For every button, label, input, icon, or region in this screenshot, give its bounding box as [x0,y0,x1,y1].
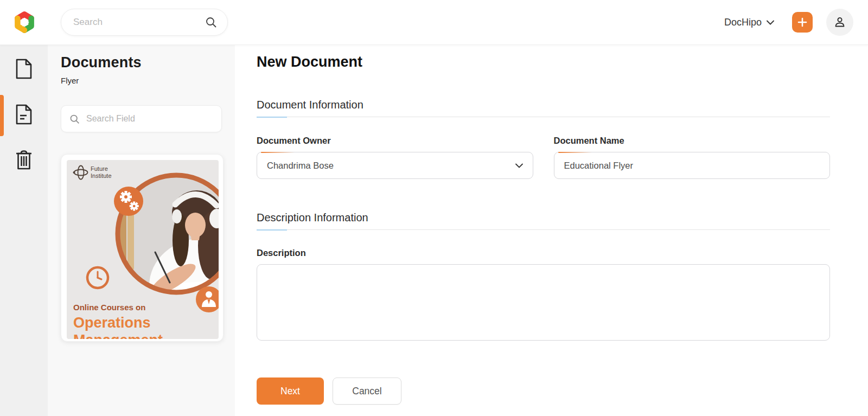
global-search-input[interactable] [73,17,205,28]
document-name-label: Document Name [554,136,831,146]
flyer-brand-line1: Future [91,165,108,172]
document-owner-select[interactable]: Chandrima Bose [257,152,533,179]
cancel-button[interactable]: Cancel [333,377,401,405]
section-divider [257,117,830,118]
workspace-dropdown[interactable]: DocHipo [724,17,774,28]
section-title-description-information: Description Information [257,212,830,224]
flyer-thumbnail[interactable]: Future Institute [61,154,224,342]
orange-accent-bar [261,152,295,153]
active-indicator [0,95,4,136]
document-owner-field: Document Owner Chandrima Bose [257,136,533,179]
clock-icon [87,267,108,288]
blue-accent-bar [257,117,287,118]
documents-panel: Documents Flyer [48,45,235,416]
chevron-down-icon [767,20,774,25]
plus-icon [797,17,808,28]
document-name-field: Document Name [554,136,831,179]
document-icon [15,58,33,80]
flyer-caption: Online Courses on [73,303,145,312]
flyer-title-line1: Operations [73,315,151,331]
workspace-label: DocHipo [724,17,762,28]
document-name-input[interactable] [564,161,820,171]
dochipo-logo-icon[interactable] [12,10,37,35]
document-owner-value: Chandrima Bose [267,161,334,171]
flyer-title-line2: Management [73,332,163,339]
panel-search [61,105,222,132]
page-title: New Document [257,54,830,71]
section-divider [257,229,830,231]
flyer-brand-line2: Institute [91,172,112,179]
panel-subtitle: Flyer [61,76,222,85]
document-information-section: Document Information Document Owner Chan… [257,99,830,179]
document-text-icon [15,104,33,125]
sidebar-item-documents[interactable] [0,46,48,92]
person-icon [833,15,847,29]
orange-accent-bar [558,152,592,153]
panel-title: Documents [61,54,222,71]
trash-icon [15,150,33,170]
section-title-document-information: Document Information [257,99,830,111]
blue-accent-bar [257,229,287,231]
icon-sidebar [0,45,48,416]
search-icon [69,113,80,125]
chevron-down-icon [515,163,523,168]
add-document-button[interactable] [792,12,813,33]
user-avatar[interactable] [826,9,853,36]
document-owner-label: Document Owner [257,136,533,146]
gears-icon [114,187,143,216]
global-search [61,9,228,36]
main-content: New Document Document Information Docume… [235,45,868,416]
description-information-section: Description Information Description [257,212,830,343]
panel-search-input[interactable] [86,114,214,124]
description-textarea[interactable] [257,264,830,341]
description-label: Description [257,248,830,258]
app-header: DocHipo [0,0,868,45]
next-button[interactable]: Next [257,377,324,405]
sidebar-item-trash[interactable] [0,137,48,183]
document-name-input-shell [554,152,831,179]
sidebar-item-document-details[interactable] [0,92,48,137]
search-icon[interactable] [205,16,218,29]
